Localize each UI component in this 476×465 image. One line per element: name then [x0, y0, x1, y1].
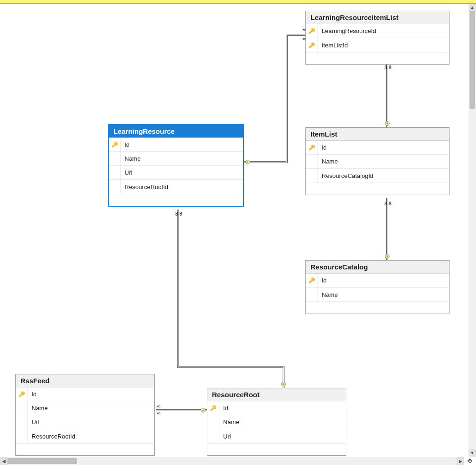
primary-key-icon: 🔑 [309, 144, 315, 151]
entity-title[interactable]: ResourceRoot [207, 388, 346, 401]
entity-row[interactable]: ResourceRootId [109, 180, 243, 194]
svg-text:∞: ∞ [157, 403, 161, 409]
rel-resourcecatalog-itemlist: 8 8 [384, 198, 391, 260]
entity-title[interactable]: ResourceCatalog [306, 261, 449, 274]
entity-row[interactable]: 🔑 Id [109, 138, 243, 152]
scroll-right-arrow[interactable]: ▶ [456, 457, 464, 465]
entity-row[interactable]: Name [207, 415, 346, 429]
rel-resourceroot-rssfeed: ∞ ∞ [156, 403, 207, 416]
svg-text:8: 8 [384, 65, 387, 70]
svg-text:8: 8 [389, 65, 391, 70]
entity-row[interactable]: Url [109, 166, 243, 180]
column-name: Url [219, 433, 231, 440]
column-name: ResourceRootId [28, 433, 75, 440]
diagram-canvas[interactable]: ∞ 8 ∞ ∞ 8 8 8 8 [0, 4, 464, 457]
primary-key-icon: 🔑 [309, 277, 315, 283]
svg-text:8: 8 [175, 211, 178, 216]
entity-resourceroot[interactable]: ResourceRoot 🔑 Id Name Url [207, 388, 346, 456]
rel-itemlist-lritemlist: 8 8 [384, 62, 391, 127]
entity-title[interactable]: ItemList [306, 128, 449, 141]
rel-resourceroot-learningresource: 8 8 [175, 210, 286, 388]
entity-row[interactable]: 🔑 LearningResourceId [306, 24, 449, 38]
scroll-left-arrow[interactable]: ◀ [0, 457, 7, 465]
primary-key-icon: 🔑 [112, 142, 118, 148]
entity-row[interactable]: ResourceCatalogId [306, 169, 449, 183]
designer-top-strip [0, 0, 476, 4]
entity-row[interactable]: ResourceRootId [16, 429, 154, 443]
entity-row[interactable]: Url [16, 415, 154, 429]
column-name: Name [28, 405, 48, 412]
column-name: LearningResourceId [318, 27, 376, 34]
entity-learningresource[interactable]: LearningResource 🔑 Id Name Url ResourceR… [108, 124, 244, 207]
entity-row[interactable]: 🔑 ItemListId [306, 38, 449, 52]
entity-row[interactable]: Url [207, 429, 346, 443]
pan-icon[interactable]: ✥ [464, 457, 476, 465]
column-name: Url [121, 169, 132, 176]
column-name: ItemListId [318, 42, 348, 49]
column-name: Name [318, 291, 338, 298]
rel-learningresource-lritemlist: ∞ ∞ [244, 27, 306, 164]
column-name: Name [121, 155, 141, 162]
column-name: Id [28, 391, 37, 398]
entity-title[interactable]: LearningResourceItemList [306, 11, 449, 24]
entity-row[interactable]: 🔑 Id [306, 274, 449, 288]
column-name: ResourceRootId [121, 183, 168, 190]
entity-resourcecatalog[interactable]: ResourceCatalog 🔑 Id Name [305, 260, 450, 314]
primary-key-icon: 🔑 [19, 391, 25, 397]
primary-key-icon: 🔑 [210, 405, 217, 411]
vertical-scroll-thumb[interactable] [469, 11, 475, 109]
column-name: Id [318, 144, 327, 151]
column-name: Id [121, 141, 130, 148]
svg-text:∞: ∞ [157, 410, 161, 416]
entity-row[interactable]: 🔑 Id [16, 387, 154, 401]
svg-text:8: 8 [179, 211, 182, 216]
column-name: Url [28, 419, 40, 426]
svg-text:8: 8 [384, 201, 387, 206]
entity-learningresourceitemlist[interactable]: LearningResourceItemList 🔑 LearningResou… [305, 11, 450, 65]
horizontal-scroll-thumb[interactable] [7, 458, 77, 464]
entity-row[interactable]: Name [16, 401, 154, 415]
entity-row[interactable]: 🔑 Id [306, 141, 449, 155]
entity-title[interactable]: LearningResource [109, 125, 243, 138]
entity-row[interactable]: 🔑 Id [207, 401, 346, 415]
scroll-up-arrow[interactable]: ▲ [469, 4, 476, 11]
entity-title[interactable]: RssFeed [16, 374, 154, 387]
column-name: Name [318, 158, 338, 165]
column-name: Id [318, 277, 327, 284]
entity-row[interactable]: Name [109, 152, 243, 166]
entity-row[interactable]: Name [306, 155, 449, 169]
column-name: Id [219, 405, 228, 412]
scroll-down-arrow[interactable]: ▼ [469, 449, 476, 457]
entity-itemlist[interactable]: ItemList 🔑 Id Name ResourceCatalogId [305, 127, 450, 195]
horizontal-scrollbar[interactable]: ◀ ▶ [0, 457, 464, 465]
entity-rssfeed[interactable]: RssFeed 🔑 Id Name Url ResourceRootId [15, 374, 155, 456]
svg-text:8: 8 [389, 201, 391, 206]
column-name: Name [219, 419, 239, 426]
primary-key-icon: 🔑 [309, 42, 315, 48]
vertical-scrollbar[interactable]: ▲ ▼ [469, 4, 476, 457]
primary-key-icon: 🔑 [309, 28, 315, 34]
column-name: ResourceCatalogId [318, 172, 373, 179]
entity-row[interactable]: Name [306, 288, 449, 301]
